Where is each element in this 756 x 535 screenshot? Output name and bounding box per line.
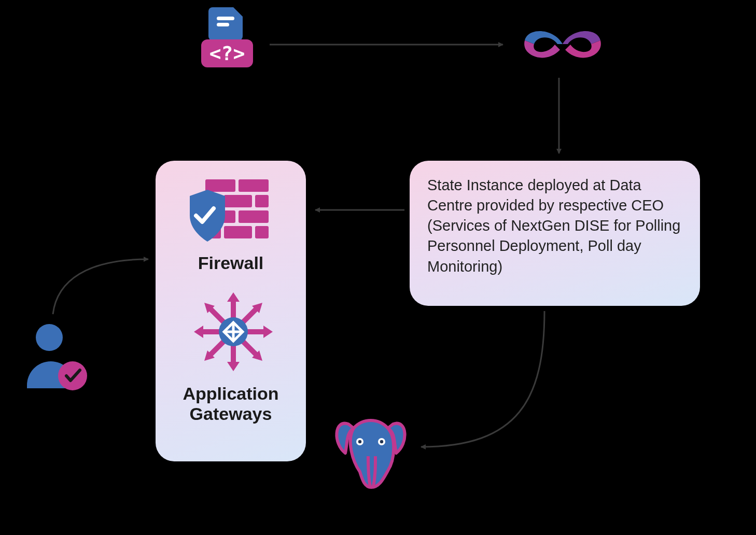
arrows-layer: [0, 0, 756, 535]
architecture-diagram: <?>: [0, 0, 756, 535]
arrow-user-to-firewall: [53, 259, 148, 314]
arrow-stateinstance-to-postgres: [421, 311, 544, 447]
